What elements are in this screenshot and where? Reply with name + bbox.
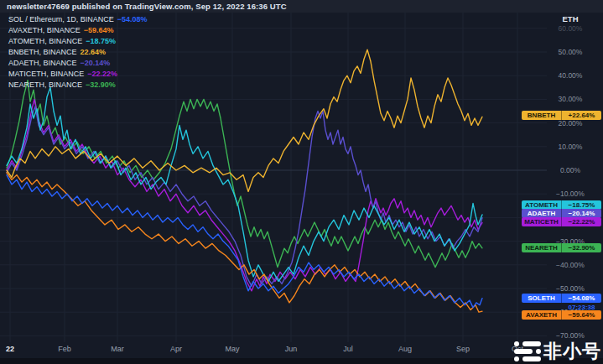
legend-pair-name: MATICETH, BINANCE xyxy=(8,70,84,78)
legend-pair-name: ADAETH, BINANCE xyxy=(8,59,77,67)
y-axis-label: 40.00% xyxy=(547,71,594,80)
price-badge-MATICETH: MATICETH−22.22% xyxy=(522,217,601,226)
legend-pair-change: −54.08% xyxy=(117,15,148,23)
header-bar: newsletter47669 published on TradingView… xyxy=(0,0,603,13)
badge-pair-value: +22.64% xyxy=(562,111,601,120)
feixiaohao-text: 非小号 xyxy=(543,342,601,361)
x-axis-label: Jul xyxy=(343,345,353,353)
legend-pair-name: BNBETH, BINANCE xyxy=(8,48,77,56)
badge-pair-value: −18.75% xyxy=(562,200,601,210)
badge-pair-value: −22.22% xyxy=(562,217,601,226)
y-axis-label: −70.00% xyxy=(547,331,594,340)
y-axis-label: 30.00% xyxy=(547,95,594,103)
legend-row-AVAXETH[interactable]: AVAXETH, BINANCE−59.64% xyxy=(8,25,148,36)
legend-pair-name: NEARETH, BINANCE xyxy=(8,81,82,89)
legend-pair-change: −20.14% xyxy=(81,59,111,67)
y-axis-label: 60.00% xyxy=(547,24,594,33)
y-axis-label: 10.00% xyxy=(547,143,594,151)
badge-pair-name: AVAXETH xyxy=(522,310,562,320)
badge-pair-name: BNBETH xyxy=(522,111,562,120)
series-line-MATICETH xyxy=(7,99,482,290)
legend-row-NEARETH[interactable]: NEARETH, BINANCE−32.90% xyxy=(8,80,148,91)
badge-pair-name: MATICETH xyxy=(522,217,562,226)
axis-currency-label: ETH xyxy=(547,14,594,23)
price-badge-ATOMETH: ATOMETH−18.75% xyxy=(522,200,601,210)
badge-pair-value: −32.90% xyxy=(562,243,601,252)
x-axis-label: Jun xyxy=(285,345,298,353)
x-axis-label: Feb xyxy=(58,345,71,353)
tradingview-chart-window: newsletter47669 published on TradingView… xyxy=(0,0,603,364)
badge-pair-value: −54.08% xyxy=(562,294,601,303)
legend-pair-change: −22.22% xyxy=(87,70,117,78)
y-axis-label: −10.00% xyxy=(547,190,594,198)
legend-pair-change: −18.75% xyxy=(86,37,116,45)
series-line-ATOMETH xyxy=(7,87,482,281)
price-badge-ADAETH: ADAETH−20.14% xyxy=(522,209,601,218)
legend-pair-change: −32.90% xyxy=(86,81,116,89)
series-line-ADAETH xyxy=(7,107,482,286)
price-badge-SOLETH: SOLETH−54.08% xyxy=(522,294,601,303)
legend: SOL / Ethereum, 1D, BINANCE−54.08%AVAXET… xyxy=(8,14,148,91)
y-axis-label: 0.00% xyxy=(547,166,594,174)
x-axis-label: Sep xyxy=(456,345,470,353)
legend-pair-change: 22.64% xyxy=(81,48,107,56)
x-axis-label: Aug xyxy=(398,345,412,353)
legend-pair-name: ATOMETH, BINANCE xyxy=(8,37,82,45)
legend-row-ADAETH[interactable]: ADAETH, BINANCE−20.14% xyxy=(8,58,148,69)
badge-pair-name: NEARETH xyxy=(522,243,562,252)
legend-pair-name: AVAXETH, BINANCE xyxy=(8,26,81,34)
feixiaohao-icon xyxy=(514,341,541,361)
legend-row-SOL[interactable]: SOL / Ethereum, 1D, BINANCE−54.08% xyxy=(8,14,148,25)
legend-row-BNBETH[interactable]: BNBETH, BINANCE22.64% xyxy=(8,47,148,58)
feixiaohao-logo: 非小号 xyxy=(514,341,601,361)
x-axis-label: 22 xyxy=(6,345,14,353)
x-axis-label: May xyxy=(225,345,239,353)
price-badge-NEARETH: NEARETH−32.90% xyxy=(522,243,601,252)
legend-row-MATICETH[interactable]: MATICETH, BINANCE−22.22% xyxy=(8,69,148,80)
badge-pair-name: ATOMETH xyxy=(522,200,562,210)
badge-pair-value: −20.14% xyxy=(562,209,601,218)
bottom-strip xyxy=(0,358,603,364)
header-title: newsletter47669 published on TradingView… xyxy=(7,2,287,11)
legend-row-ATOMETH[interactable]: ATOMETH, BINANCE−18.75% xyxy=(8,36,148,47)
legend-pair-name: SOL / Ethereum, 1D, BINANCE xyxy=(8,15,114,23)
y-axis-label: 20.00% xyxy=(547,119,594,127)
badge-pair-name: SOLETH xyxy=(522,294,562,303)
badge-pair-name: ADAETH xyxy=(522,209,562,218)
x-axis-label: Mar xyxy=(111,345,124,353)
x-axis-label: Apr xyxy=(170,345,182,353)
legend-pair-change: −59.64% xyxy=(84,26,114,34)
price-badge-BNBETH: BNBETH+22.64% xyxy=(522,111,601,120)
y-axis-label: −50.00% xyxy=(547,284,594,293)
price-badge-AVAXETH: AVAXETH−59.64% xyxy=(522,310,601,320)
badge-pair-value: −59.64% xyxy=(562,310,601,320)
y-axis-label: 50.00% xyxy=(547,48,594,56)
y-axis-label: −40.00% xyxy=(547,261,594,269)
